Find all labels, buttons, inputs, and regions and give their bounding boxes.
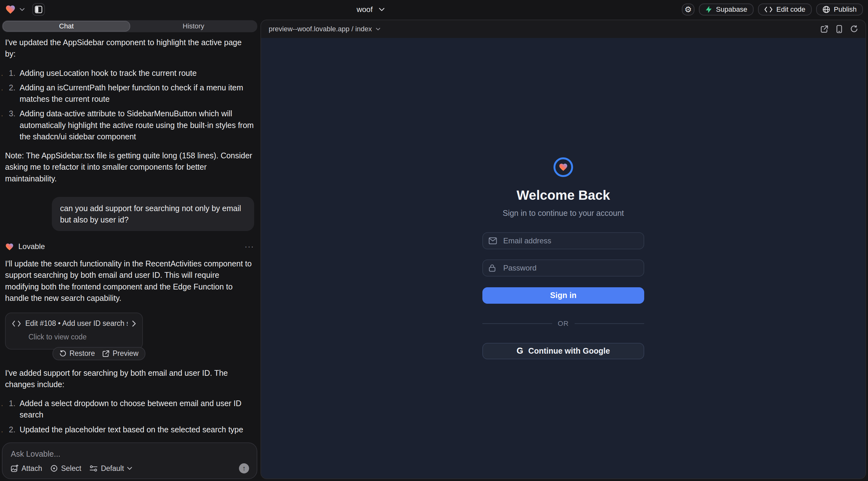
preview-header-icons	[820, 25, 858, 33]
assistant-message-intro-2: I'll update the search functionality in …	[5, 258, 254, 304]
list-item: Adding data-active attribute to SidebarM…	[5, 108, 254, 142]
user-message-bubble: can you add support for searching not on…	[52, 197, 254, 231]
sliders-icon	[89, 465, 98, 472]
edit-code-button[interactable]: Edit code	[758, 3, 812, 15]
attach-image-icon	[11, 464, 18, 472]
send-button[interactable]: ↑	[239, 463, 249, 473]
topbar-left	[5, 3, 45, 16]
signin-title: Welcome Back	[517, 188, 610, 203]
edit-card-title: Edit #108 • Add user ID search supp...	[25, 318, 128, 329]
signin-form: Welcome Back Sign in to continue to your…	[483, 157, 644, 359]
email-field-wrapper	[483, 232, 644, 249]
arrow-up-icon: ↑	[243, 465, 246, 472]
preview-viewport: Welcome Back Sign in to continue to your…	[261, 38, 865, 478]
open-in-new-tab-button[interactable]	[820, 25, 828, 33]
refresh-button[interactable]	[850, 25, 858, 33]
or-label: OR	[558, 320, 569, 328]
tab-chat-label: Chat	[59, 22, 74, 30]
preview-url-selector[interactable]: preview--woof.lovable.app / index	[269, 25, 380, 33]
lovable-logo-heart-icon[interactable]	[5, 4, 16, 15]
edit-card-actions: Restore Preview	[53, 347, 146, 360]
project-switcher-chevron-down-icon	[379, 8, 385, 11]
chat-input[interactable]	[11, 449, 249, 461]
divider-line	[483, 323, 552, 324]
password-field-wrapper	[483, 259, 644, 277]
google-signin-button[interactable]: G Continue with Google	[483, 343, 644, 359]
refresh-icon	[850, 25, 858, 33]
tab-chat[interactable]: Chat	[3, 21, 130, 32]
google-g-icon: G	[517, 346, 523, 356]
code-brackets-icon	[12, 320, 21, 327]
gear-icon: ⚙	[684, 5, 692, 13]
password-field[interactable]	[483, 259, 644, 277]
toggle-sidebar-button[interactable]	[32, 3, 45, 16]
select-target-icon	[50, 464, 58, 472]
topbar: woof ⚙ Supabase Edit code Publish	[0, 0, 868, 19]
settings-button[interactable]: ⚙	[682, 3, 694, 15]
chevron-down-icon	[127, 467, 132, 470]
list-item: Adding useLocation hook to track the cur…	[5, 67, 254, 79]
assistant-header: Lovable ···	[5, 241, 254, 252]
divider-line	[575, 323, 645, 324]
or-divider: OR	[483, 320, 644, 328]
project-switcher[interactable]: woof	[356, 5, 385, 14]
topbar-actions: ⚙ Supabase Edit code Publish	[682, 3, 863, 15]
supabase-label: Supabase	[716, 5, 747, 13]
smartphone-icon	[836, 25, 842, 33]
tab-history-label: History	[183, 22, 204, 30]
restore-label: Restore	[69, 348, 95, 359]
chevron-down-icon	[376, 28, 380, 31]
assistant-message-summary: I've added support for searching by both…	[5, 367, 254, 390]
composer-toolbar: Attach Select Default ↑	[11, 463, 249, 473]
code-brackets-icon	[764, 6, 773, 13]
mobile-view-button[interactable]	[836, 25, 842, 33]
chat-message-list[interactable]: I've updated the AppSidebar component to…	[2, 32, 257, 438]
preview-panel: preview--woof.lovable.app / index	[260, 20, 866, 479]
tab-history[interactable]: History	[130, 21, 257, 32]
edit-card-row: Edit #108 • Add user ID search supp...	[12, 318, 136, 329]
external-link-icon	[102, 350, 110, 357]
signin-button[interactable]: Sign in	[483, 287, 644, 304]
message-more-options-icon[interactable]: ···	[245, 241, 254, 252]
external-link-icon	[820, 25, 828, 33]
heart-icon	[559, 162, 568, 172]
assistant-message-list: Adding useLocation hook to track the cur…	[5, 67, 254, 142]
preview-label: Preview	[113, 348, 138, 359]
chevron-right-icon	[132, 320, 136, 327]
attach-label: Attach	[22, 464, 42, 473]
list-item: Added a select dropdown to choose betwee…	[5, 397, 254, 421]
restore-icon	[59, 350, 66, 357]
attach-button[interactable]: Attach	[11, 464, 42, 473]
mode-label: Default	[101, 464, 124, 473]
edit-card-container: Edit #108 • Add user ID search supp... C…	[5, 313, 143, 350]
publish-label: Publish	[834, 5, 857, 13]
preview-button[interactable]: Preview	[102, 348, 138, 359]
lock-icon	[489, 264, 496, 272]
signin-subtitle: Sign in to continue to your account	[503, 209, 624, 218]
lovable-avatar-heart-icon	[5, 243, 14, 251]
project-name: woof	[356, 5, 373, 14]
mail-icon	[489, 237, 497, 244]
supabase-bolt-icon	[705, 6, 712, 13]
chat-composer: Attach Select Default ↑	[2, 443, 257, 479]
list-item: Updated the placeholder text based on th…	[5, 424, 254, 435]
app-logo-badge	[554, 157, 573, 177]
preview-url-text: preview--woof.lovable.app / index	[269, 25, 372, 33]
assistant-message-note: Note: The AppSidebar.tsx file is getting…	[5, 150, 254, 184]
select-button[interactable]: Select	[50, 464, 81, 473]
assistant-name: Lovable	[18, 241, 45, 252]
mode-selector[interactable]: Default	[89, 464, 132, 473]
edit-code-label: Edit code	[776, 5, 805, 13]
project-menu-chevron-down-icon[interactable]	[20, 8, 25, 11]
sidebar-panel-icon	[35, 6, 42, 13]
assistant-message-list-2: Added a select dropdown to choose betwee…	[5, 397, 254, 438]
publish-button[interactable]: Publish	[816, 3, 863, 15]
edit-card-subtitle: Click to view code	[28, 332, 136, 342]
supabase-button[interactable]: Supabase	[699, 3, 753, 15]
list-item: Adding an isCurrentPath helper function …	[5, 82, 254, 105]
lovable-app-window: woof ⚙ Supabase Edit code Publish Chat H…	[0, 0, 868, 481]
edit-code-card[interactable]: Edit #108 • Add user ID search supp... C…	[5, 313, 143, 350]
restore-button[interactable]: Restore	[59, 348, 95, 359]
google-signin-label: Continue with Google	[528, 346, 610, 356]
email-field[interactable]	[483, 232, 644, 249]
